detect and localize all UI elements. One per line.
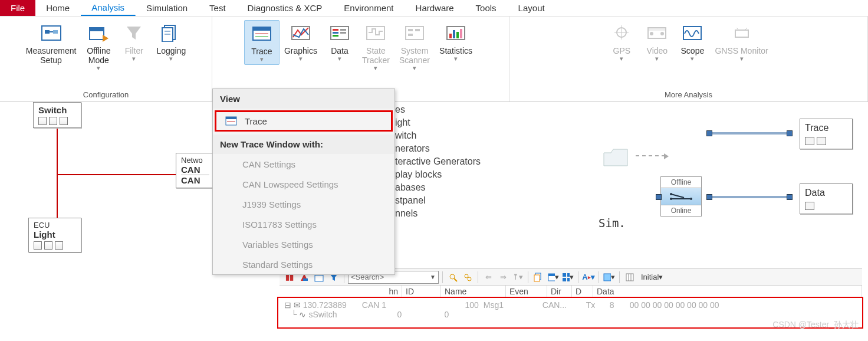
col-chn[interactable]: hn (280, 286, 402, 297)
gps-button[interactable]: GPS ▾ (604, 20, 639, 64)
menu-tab-simulation[interactable]: Simulation (136, 0, 199, 16)
dropdown-standard-settings[interactable]: Standard Settings (213, 254, 394, 274)
menu-tab-home[interactable]: Home (35, 0, 81, 16)
col-event[interactable]: Even (506, 286, 547, 297)
online-label: Online (661, 205, 701, 216)
state-tracker-button[interactable]: State Tracker ▾ (357, 20, 394, 73)
gnss-monitor-button[interactable]: GNSS Monitor ▾ (710, 20, 772, 64)
node-switch-icons (38, 117, 76, 125)
gnss-label: GNSS Monitor (715, 46, 768, 55)
dropdown-iso11783-settings[interactable]: ISO11783 Settings (213, 214, 394, 234)
font-button[interactable]: A▸▾ (582, 271, 595, 284)
menu-tab-layout[interactable]: Layout (508, 0, 556, 16)
copy-button[interactable] (532, 271, 545, 284)
node-data-title: Data (805, 188, 847, 198)
export-button[interactable]: ▾ (547, 271, 560, 284)
menubar: File Home Analysis Simulation Test Diagn… (0, 0, 868, 17)
svg-rect-65 (548, 274, 555, 276)
trace-icon (251, 23, 272, 44)
node-network[interactable]: Netwo CAN CAN (176, 153, 215, 188)
initial-dropdown[interactable]: Initial ▾ (638, 271, 666, 284)
node-ecu-light[interactable]: ECU Light (28, 218, 81, 253)
svg-rect-18 (333, 29, 338, 31)
scope-icon (682, 22, 703, 44)
dropdown-can-lowspeed-settings[interactable]: CAN Lowspeed Settings (213, 174, 394, 194)
svg-rect-31 (456, 32, 459, 38)
graphics-button[interactable]: Graphics ▾ (280, 20, 322, 64)
svg-rect-19 (333, 32, 338, 34)
system-scanner-label: System Scanner (399, 46, 430, 65)
dropdown-caret-icon: ▾ (413, 65, 416, 71)
svg-rect-71 (626, 274, 633, 281)
menu-tab-tools[interactable]: Tools (465, 0, 508, 16)
nav-forward-button[interactable]: ⇒ (497, 271, 509, 284)
logging-icon (160, 22, 182, 44)
dropdown-j1939-settings[interactable]: J1939 Settings (213, 194, 394, 214)
columns-button[interactable] (623, 271, 636, 284)
node-data[interactable]: Data (800, 183, 853, 214)
data-button[interactable]: Data ▾ (322, 20, 357, 64)
find-next-button[interactable] (461, 271, 474, 284)
switch-graphic-icon (661, 188, 701, 205)
svg-rect-63 (534, 275, 540, 281)
ribbon-group-configuration-label: Configuration (0, 89, 212, 101)
nav-back-button[interactable]: ⇐ (482, 271, 495, 284)
dropdown-can-settings[interactable]: CAN Settings (213, 154, 394, 174)
gps-icon (611, 22, 632, 44)
measurement-setup-label: Measurement Setup (26, 46, 77, 65)
col-dlc[interactable]: D (572, 286, 593, 297)
svg-rect-20 (333, 35, 338, 37)
dropdown-new-window-header: New Trace Window with: (213, 135, 394, 154)
node-trace[interactable]: Trace (800, 119, 853, 149)
svg-rect-5 (90, 28, 104, 31)
logging-button[interactable]: Logging ▾ (152, 20, 190, 64)
svg-rect-68 (563, 278, 566, 281)
trace-button[interactable]: Trace ▾ (244, 20, 280, 65)
table-row[interactable]: ⊟ ✉ 130.723889 CAN 1 100 Msg1 CAN... Tx … (284, 300, 856, 310)
dropdown-variables-settings[interactable]: Variables Settings (213, 234, 394, 254)
layout-button[interactable]: ▾ (561, 271, 574, 284)
port (787, 130, 793, 136)
node-data-icons (805, 202, 847, 210)
nav-up-button[interactable]: ⤒▾ (511, 271, 524, 284)
system-scanner-icon (404, 22, 425, 44)
video-button[interactable]: Video ▾ (639, 20, 675, 64)
svg-rect-0 (42, 26, 61, 40)
menu-file[interactable]: File (0, 0, 35, 16)
menu-tab-hardware[interactable]: Hardware (405, 0, 465, 16)
offline-mode-button[interactable]: Offline Mode ▾ (81, 20, 116, 73)
dropdown-trace-item[interactable]: Trace (215, 111, 392, 131)
svg-line-51 (671, 194, 684, 198)
menu-tab-diagnostics[interactable]: Diagnostics & XCP (237, 0, 334, 16)
dropdown-caret-icon: ▾ (740, 55, 744, 61)
scope-label: Scope (681, 46, 705, 55)
port (656, 194, 662, 200)
marker-button[interactable]: ▾ (603, 271, 616, 284)
diagram-canvas[interactable]: Switch Netwo CAN CAN ECU Light es ight w… (0, 102, 868, 341)
filter-button[interactable]: Filter ▾ (116, 20, 152, 64)
statistics-button[interactable]: Statistics ▾ (435, 20, 477, 64)
menu-tab-test[interactable]: Test (199, 0, 237, 16)
scope-button[interactable]: Scope ▾ (675, 20, 710, 64)
dropdown-caret-icon: ▾ (169, 55, 173, 61)
dropdown-caret-icon: ▾ (260, 56, 264, 62)
col-dir[interactable]: Dir (547, 286, 572, 297)
graphics-label: Graphics (284, 46, 317, 55)
find-button[interactable] (446, 271, 459, 284)
col-id[interactable]: ID (402, 286, 441, 297)
system-scanner-button[interactable]: System Scanner ▾ (394, 20, 435, 73)
measurement-setup-button[interactable]: Measurement Setup (21, 20, 81, 67)
menu-tab-environment[interactable]: Environment (333, 0, 405, 16)
port (706, 130, 712, 136)
menu-tab-analysis[interactable]: Analysis (81, 0, 136, 16)
node-ecu-l2: Light (34, 229, 76, 240)
table-row[interactable]: └ ∿ sSwitch 0 0 (284, 310, 856, 319)
ribbon-group-more-analysis-label: More Analysis (509, 89, 867, 101)
col-data[interactable]: Data (593, 286, 862, 297)
expand-icon[interactable]: ⊟ ✉ (284, 300, 303, 310)
svg-rect-29 (449, 34, 452, 38)
filter-label: Filter (125, 46, 143, 55)
offline-online-switch[interactable]: Offline Online (660, 176, 702, 217)
col-name[interactable]: Name (441, 286, 506, 297)
node-switch[interactable]: Switch (33, 102, 81, 128)
